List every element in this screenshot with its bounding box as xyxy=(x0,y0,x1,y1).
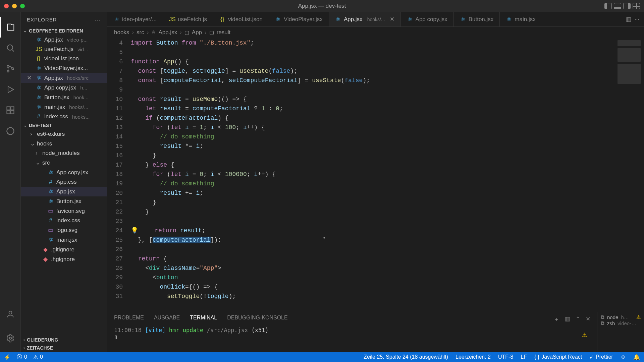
close-panel-icon[interactable]: ✕ xyxy=(586,315,590,323)
code-line[interactable]: 21 } xyxy=(107,198,614,207)
project-header[interactable]: ⌄ DEV-TEST xyxy=(21,121,107,129)
code-line[interactable]: 31 setToggle(!toggle); xyxy=(107,292,614,301)
settings-gear-icon[interactable] xyxy=(0,328,21,349)
edge-tools-icon[interactable] xyxy=(0,121,21,141)
editor-tab[interactable]: ⚛ main.jsx xyxy=(500,12,542,26)
errors-count[interactable]: ⓧ 0 xyxy=(17,354,27,361)
open-editor-item[interactable]: ⚛ App copy.jsx h... xyxy=(21,83,107,93)
breadcrumb-segment[interactable]: App xyxy=(192,29,202,36)
code-line[interactable]: 18 for (let i = 0; i < 100000; i++) { xyxy=(107,170,614,179)
file-item[interactable]: ⚛Button.jsx xyxy=(21,196,107,206)
terminal-output[interactable]: 11:00:18 [vite] hmr update /src/App.jsx … xyxy=(107,325,644,352)
editor-tab[interactable]: JS useFetch.js xyxy=(163,12,213,26)
encoding[interactable]: UTF-8 xyxy=(498,354,513,360)
toggle-bottom-panel-icon[interactable] xyxy=(614,3,621,9)
panel-tab[interactable]: PROBLEME xyxy=(114,315,144,323)
code-line[interactable]: 30 onClick={() => { xyxy=(107,282,614,292)
folder-item[interactable]: ⌄hooks xyxy=(21,139,107,148)
feedback-icon[interactable]: ☺ xyxy=(621,354,626,360)
code-line[interactable]: 29 <button xyxy=(107,273,614,282)
accounts-icon[interactable] xyxy=(0,304,21,324)
minimap[interactable] xyxy=(614,38,644,312)
folder-item[interactable]: ›node_modules xyxy=(21,148,107,158)
file-item[interactable]: ⚛App copy.jsx xyxy=(21,168,107,177)
code-line[interactable]: 6function App() { xyxy=(107,57,614,66)
open-editor-item[interactable]: ⚛ main.jsx hooks/... xyxy=(21,102,107,112)
code-line[interactable]: 28 <div className="App"> xyxy=(107,263,614,273)
warnings-count[interactable]: ⚠ 0 xyxy=(33,354,43,360)
panel-tab[interactable]: TERMINAL xyxy=(190,315,217,323)
editor-tab[interactable]: {} videoList.json xyxy=(213,12,269,26)
extensions-icon[interactable] xyxy=(0,100,21,121)
editor-tab[interactable]: ⚛ Button.jsx xyxy=(454,12,500,26)
code-line[interactable]: 13 for (let i = 1; i < 100; i++) { xyxy=(107,123,614,132)
new-terminal-icon[interactable]: ＋ xyxy=(554,315,559,323)
code-line[interactable]: 24💡 return result; xyxy=(107,226,614,235)
code-line[interactable]: 23 xyxy=(107,217,614,226)
toggle-right-panel-icon[interactable] xyxy=(623,3,631,9)
code-line[interactable]: 27 return ( xyxy=(107,254,614,263)
code-line[interactable]: 9 xyxy=(107,85,614,95)
code-line[interactable]: 5 xyxy=(107,48,614,57)
panel-tab[interactable]: AUSGABE xyxy=(154,315,180,323)
file-item[interactable]: #index.css xyxy=(21,216,107,225)
open-editor-item[interactable]: ⚛ Button.jsx hook... xyxy=(21,93,107,102)
editor-tab[interactable]: ⚛ App copy.jsx xyxy=(401,12,454,26)
file-item[interactable]: #App.css xyxy=(21,177,107,187)
code-line[interactable]: 4import Button from "./Button.jsx"; xyxy=(107,38,614,48)
editor-tab[interactable]: ⚛ App.jsx hooks/... ✕ xyxy=(329,12,401,26)
editor-tab[interactable]: ⚛ VideoPlayer.jsx xyxy=(269,12,329,26)
code-line[interactable]: 11 let result = computeFactorial ? 1 : 0… xyxy=(107,104,614,113)
close-icon[interactable]: ✕ xyxy=(27,74,33,81)
folder-item[interactable]: ⌄src xyxy=(21,158,107,168)
file-item[interactable]: ▭logo.svg xyxy=(21,225,107,235)
terminal-entry[interactable]: ⧉zshvideo-… xyxy=(601,320,641,326)
sidebar-more-icon[interactable]: ··· xyxy=(95,17,101,22)
breadcrumb-segment[interactable]: hooks xyxy=(114,29,129,36)
code-line[interactable]: 8 const [computeFactorial, setComputeFac… xyxy=(107,76,614,85)
code-line[interactable]: 7 const [toggle, setToggle] = useState(f… xyxy=(107,66,614,76)
indentation[interactable]: Leerzeichen: 2 xyxy=(455,354,491,360)
code-line[interactable]: 25 }, [computeFactorial]); xyxy=(107,235,614,245)
outline-header[interactable]: › GLIEDERUNG xyxy=(21,336,107,344)
panel-tab[interactable]: DEBUGGING-KONSOLE xyxy=(227,315,287,323)
minimize-window-icon[interactable] xyxy=(12,4,17,8)
code-line[interactable]: 17 } else { xyxy=(107,160,614,170)
code-line[interactable]: 12 if (computeFactorial) { xyxy=(107,113,614,123)
open-editor-item[interactable]: JS useFetch.js vid... xyxy=(21,45,107,54)
code-line[interactable]: 14 // do something xyxy=(107,132,614,141)
open-editors-header[interactable]: ⌄ GEÖFFNETE EDITOREN xyxy=(21,27,107,35)
file-item[interactable]: ⚛App.jsx xyxy=(21,187,107,196)
file-item[interactable]: ◆.hgignore xyxy=(21,254,107,264)
code-editor[interactable]: 4import Button from "./Button.jsx";56fun… xyxy=(107,38,614,312)
code-line[interactable]: 19 // do something xyxy=(107,179,614,188)
explorer-icon[interactable] xyxy=(0,17,21,38)
file-item[interactable]: ◆.gitignore xyxy=(21,245,107,254)
cursor-position[interactable]: Zeile 25, Spalte 24 (18 ausgewählt) xyxy=(364,354,448,360)
language-mode[interactable]: { } JavaScript React xyxy=(534,354,582,360)
file-item[interactable]: ▭favicon.svg xyxy=(21,206,107,216)
chevron-up-icon[interactable]: ⌃ xyxy=(576,315,580,323)
maximize-window-icon[interactable] xyxy=(20,4,25,8)
terminal-list[interactable]: ⧉nodeh…⚠⧉zshvideo-… xyxy=(597,312,644,352)
lightbulb-icon[interactable]: 💡 xyxy=(131,227,138,234)
folder-item[interactable]: ›es6-exkurs xyxy=(21,129,107,139)
terminal-entry[interactable]: ⧉nodeh…⚠ xyxy=(601,314,641,320)
open-editor-item[interactable]: ✕ ⚛ App.jsx hooks/src xyxy=(21,73,107,83)
editor-tab[interactable]: ⚛ ideo-player/... xyxy=(107,12,163,26)
warning-icon[interactable]: ⚠ xyxy=(582,331,587,339)
open-editor-item[interactable]: ⚛ VideoPlayer.jsx... xyxy=(21,63,107,73)
open-editor-item[interactable]: # index.css hooks... xyxy=(21,112,107,121)
code-line[interactable]: 20 result += i; xyxy=(107,188,614,198)
breadcrumb-segment[interactable]: result xyxy=(217,29,231,36)
eol[interactable]: LF xyxy=(521,354,527,360)
toggle-left-panel-icon[interactable] xyxy=(604,3,612,9)
timeline-header[interactable]: › ZEITACHSE xyxy=(21,344,107,352)
code-line[interactable]: 16 } xyxy=(107,151,614,160)
source-control-icon[interactable] xyxy=(0,58,21,79)
code-line[interactable]: 26 xyxy=(107,245,614,254)
open-editor-item[interactable]: {} videoList.json... xyxy=(21,54,107,63)
run-debug-icon[interactable] xyxy=(0,79,21,100)
breadcrumb[interactable]: hooks›src›⚛App.jsx›▢App›▢result xyxy=(107,27,644,38)
code-line[interactable]: 22 } xyxy=(107,207,614,217)
